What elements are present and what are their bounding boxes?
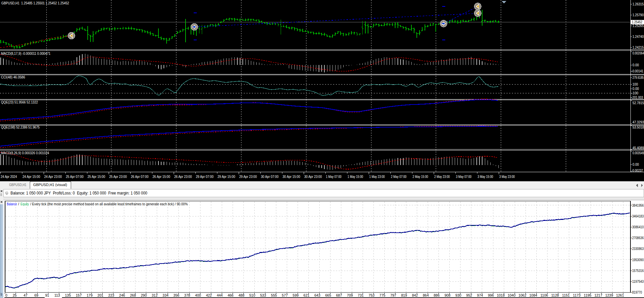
svg-text:-100: -100	[631, 91, 638, 95]
svg-text:797: 797	[390, 293, 396, 297]
svg-text:2 May 15:00: 2 May 15:00	[413, 175, 428, 179]
svg-text:1.24215: 1.24215	[632, 45, 644, 49]
svg-text:599: 599	[293, 293, 299, 297]
svg-text:3 May 15:00: 3 May 15:00	[478, 175, 493, 179]
svg-text:157: 157	[76, 293, 82, 297]
svg-text:819770: 819770	[632, 291, 642, 294]
svg-text:25 Apr 23:00: 25 Apr 23:00	[109, 175, 127, 179]
svg-text:29 Apr 07:00: 29 Apr 07:00	[196, 175, 214, 179]
svg-text:3 May 23:00: 3 May 23:00	[499, 175, 515, 179]
svg-text:-0.00237: -0.00237	[631, 168, 643, 173]
svg-text:1 May 07:00: 1 May 07:00	[326, 175, 342, 179]
svg-text:30 Apr 15:00: 30 Apr 15:00	[283, 175, 300, 179]
svg-text:24 Apr 2024: 24 Apr 2024	[1, 175, 17, 179]
svg-text:69: 69	[35, 293, 39, 297]
svg-text:GBPUSD,H1 1.25485 1.25501 1.2: GBPUSD,H1 1.25485 1.25501 1.25452 1.2545…	[1, 1, 69, 5]
svg-text:621: 621	[303, 293, 309, 297]
svg-text:1.25790: 1.25790	[632, 13, 644, 17]
svg-text:er: er	[0, 293, 3, 296]
svg-text:QQE(23) 51.9566 52.1322: QQE(23) 51.9566 52.1322	[1, 100, 38, 104]
svg-text:753: 753	[369, 293, 375, 297]
svg-text:25 Apr 15:00: 25 Apr 15:00	[88, 175, 105, 179]
svg-text:555: 555	[271, 293, 277, 297]
svg-text:1195: 1195	[584, 293, 592, 297]
svg-text:3464183: 3464183	[632, 214, 644, 218]
svg-text:26 Apr 15:00: 26 Apr 15:00	[153, 175, 170, 179]
svg-text:-0.00141: -0.00141	[631, 69, 643, 73]
svg-text:1.24740: 1.24740	[632, 35, 644, 39]
svg-text:52.7815: 52.7815	[632, 101, 644, 105]
svg-text:1197543: 1197543	[632, 280, 644, 283]
svg-text:1 May 23:00: 1 May 23:00	[369, 175, 385, 179]
svg-text:-201.003: -201.003	[631, 95, 643, 99]
svg-text:643: 643	[314, 293, 320, 297]
svg-text:2708636: 2708636	[632, 236, 644, 240]
svg-text:0.00: 0.00	[632, 63, 639, 67]
svg-text:CCI(48) 46.0586: CCI(48) 46.0586	[1, 75, 25, 79]
svg-text:775: 775	[380, 293, 386, 297]
svg-text:1084: 1084	[529, 293, 537, 297]
svg-text:179: 179	[87, 293, 93, 297]
svg-text:819: 819	[401, 293, 407, 297]
svg-text:1018: 1018	[497, 293, 505, 297]
svg-text:842: 842	[412, 293, 418, 297]
svg-text:466: 466	[228, 293, 234, 297]
svg-text:91: 91	[45, 293, 49, 297]
svg-text:2 May 07:00: 2 May 07:00	[391, 175, 407, 179]
svg-text:53.5018: 53.5018	[632, 125, 644, 129]
svg-text:930: 930	[455, 293, 461, 297]
svg-text:1062: 1062	[518, 293, 527, 297]
svg-text:1 May 15:00: 1 May 15:00	[348, 175, 363, 179]
svg-text:25 Apr 07:00: 25 Apr 07:00	[66, 175, 84, 179]
svg-text:952: 952	[466, 293, 472, 297]
svg-text:1040: 1040	[508, 293, 516, 297]
svg-text:731: 731	[358, 293, 364, 297]
svg-text:687: 687	[336, 293, 342, 297]
svg-text:378: 378	[184, 293, 190, 297]
svg-text:0.00: 0.00	[632, 87, 639, 91]
svg-text:444: 444	[217, 293, 223, 297]
svg-text:Equity: Equity	[21, 202, 29, 206]
svg-text:/ Every tick (the most precise: / Every tick (the most precise method ba…	[30, 202, 188, 206]
svg-text:1239: 1239	[605, 293, 613, 297]
svg-text:0.00: 0.00	[632, 162, 639, 166]
svg-text:GBPUSD,H1: GBPUSD,H1	[9, 183, 26, 187]
svg-text:135: 135	[65, 293, 71, 297]
svg-text:Balance: Balance	[7, 202, 17, 206]
svg-text:356: 356	[173, 293, 179, 297]
svg-text:25: 25	[13, 293, 17, 297]
svg-text:1.26315: 1.26315	[632, 2, 644, 6]
svg-text:29 Apr 23:00: 29 Apr 23:00	[239, 175, 257, 179]
svg-text:/: /	[18, 202, 19, 206]
svg-text:246: 246	[119, 293, 125, 297]
svg-text:3086410: 3086410	[632, 225, 644, 229]
svg-text:488: 488	[238, 293, 244, 297]
svg-text:Balance: 1 050 000 JPY Profit: Balance: 1 050 000 JPY Profit/Loss: 0 Eq…	[10, 191, 147, 196]
svg-text:908: 908	[445, 293, 451, 297]
svg-text:MACD(8,17,9) -0.000011 0.00047: MACD(8,17,9) -0.000011 0.000471	[1, 51, 50, 55]
svg-text:47.3293: 47.3293	[632, 120, 644, 124]
svg-text:290: 290	[141, 293, 147, 297]
svg-text:0.002064: 0.002064	[632, 51, 644, 55]
svg-text:1.25265: 1.25265	[632, 24, 644, 28]
svg-text:1128: 1128	[551, 293, 559, 297]
svg-text:996: 996	[488, 293, 494, 297]
svg-text:0: 0	[5, 293, 7, 297]
svg-text:3841956: 3841956	[632, 204, 644, 207]
svg-text:100: 100	[632, 82, 638, 86]
svg-text:1217: 1217	[594, 293, 602, 297]
svg-text:665: 665	[325, 293, 331, 297]
svg-text:201: 201	[98, 293, 104, 297]
svg-text:1575316: 1575316	[632, 269, 644, 273]
svg-text:577: 577	[282, 293, 288, 297]
svg-text:334: 334	[163, 293, 169, 297]
svg-text:886: 886	[434, 293, 440, 297]
svg-text:1106: 1106	[540, 293, 548, 297]
svg-text:QQE(198) 52.2386 51.9675: QQE(198) 52.2386 51.9675	[1, 125, 40, 129]
svg-text:113: 113	[54, 293, 60, 297]
svg-text:864: 864	[423, 293, 429, 297]
svg-text:268: 268	[130, 293, 136, 297]
svg-text:533: 533	[260, 293, 266, 297]
svg-text:2330863: 2330863	[632, 247, 644, 251]
svg-text:1953090: 1953090	[632, 258, 644, 262]
